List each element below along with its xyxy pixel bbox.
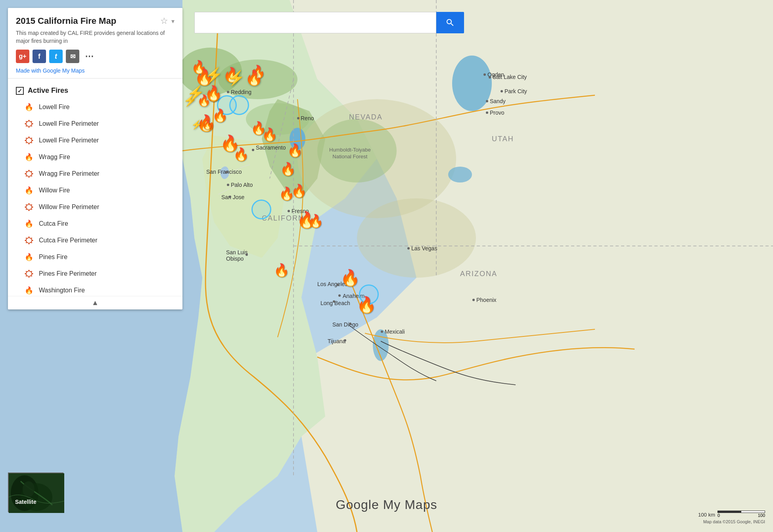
- fire-marker-10[interactable]: 🔥: [233, 147, 249, 162]
- fire-item-label: Pines Fire Perimeter: [39, 270, 97, 277]
- city-dot-ogden: [483, 73, 486, 76]
- twitter-button[interactable]: t: [49, 50, 63, 63]
- region-utah: UTAH: [492, 135, 514, 143]
- fire-marker-19[interactable]: 🔥: [357, 296, 376, 314]
- fire-item-label: Cutca Fire: [39, 220, 68, 227]
- fire-item-label: Pines Fire: [39, 254, 67, 261]
- scale-label: 100 km: [698, 512, 715, 518]
- facebook-button[interactable]: f: [33, 50, 46, 63]
- region-arizona: ARIZONA: [460, 270, 497, 278]
- made-with-label[interactable]: Made with Google My Maps: [16, 67, 85, 74]
- fire-list-item[interactable]: Cutca Fire Perimeter: [8, 232, 182, 249]
- search-button[interactable]: [436, 12, 464, 33]
- star-icon[interactable]: ☆: [160, 16, 168, 26]
- satellite-thumbnail[interactable]: Satellite: [8, 472, 63, 512]
- fire-list-item[interactable]: Lowell Fire Perimeter: [8, 132, 182, 149]
- city-dot-paloalto: [227, 184, 229, 186]
- city-dot-la: [337, 284, 339, 286]
- google-plus-button[interactable]: g+: [16, 50, 29, 63]
- made-with-link[interactable]: Made with Google My Maps: [16, 67, 175, 74]
- svg-marker-25: [25, 137, 33, 144]
- fire-list: 🔥Lowell Fire Lowell Fire Perimeter Lowel…: [8, 99, 182, 296]
- search-bar[interactable]: [194, 12, 464, 33]
- active-fires-checkbox[interactable]: ✓: [16, 87, 24, 95]
- fire-marker-17[interactable]: 🔥: [274, 263, 290, 278]
- fire-marker-12[interactable]: 🔥: [280, 161, 296, 177]
- active-fires-header[interactable]: ✓ Active Fires: [8, 83, 182, 99]
- city-dot-provo: [486, 111, 488, 114]
- sidebar-content[interactable]: ✓ Active Fires 🔥Lowell Fire Lowell Fire …: [8, 79, 182, 296]
- city-label-lasvegas: Las Vegas: [411, 245, 437, 252]
- city-dot-sandiego: [349, 323, 351, 325]
- city-label-reno: Reno: [301, 115, 314, 121]
- city-dot-mexicali: [381, 330, 383, 333]
- svg-point-14: [448, 167, 472, 182]
- fire-list-item[interactable]: 🔥Willow Fire: [8, 182, 182, 199]
- fire-item-label: Lowell Fire Perimeter: [39, 120, 99, 127]
- fire-list-item[interactable]: 🔥Washington Fire: [8, 282, 182, 296]
- city-label-slo: San LuisObispo: [226, 249, 247, 262]
- fire-marker-18[interactable]: 🔥: [340, 269, 360, 287]
- fire-marker-11[interactable]: 🔥: [287, 143, 303, 158]
- city-dot-fresno: [288, 210, 290, 212]
- city-dot-tijuana: [344, 339, 346, 342]
- fire-item-label: Willow Fire Perimeter: [39, 204, 99, 211]
- scroll-up-indicator[interactable]: ▲: [8, 296, 182, 309]
- fire-list-item[interactable]: 🔥Pines Fire: [8, 249, 182, 265]
- city-label-sf: San Francisco: [206, 169, 242, 175]
- city-dot-sandy: [486, 100, 488, 102]
- svg-marker-24: [25, 120, 33, 127]
- svg-point-13: [452, 56, 492, 111]
- city-label-sacramento: Sacramento: [256, 144, 286, 151]
- fire-list-item[interactable]: 🔥Wragg Fire: [8, 149, 182, 165]
- fire-item-label: Lowell Fire Perimeter: [39, 137, 99, 144]
- share-button[interactable]: ⋯: [82, 50, 96, 63]
- fire-list-item[interactable]: 🔥Cutca Fire: [8, 215, 182, 232]
- scale-bar: 100 km 0 100 Map data ©2015 Google, INEG…: [698, 511, 765, 524]
- city-dot-sf: [226, 171, 228, 173]
- map-attribution: Map data ©2015 Google, INEGI: [703, 519, 765, 524]
- city-label-phoenix: Phoenix: [476, 297, 497, 303]
- city-dot-sanjose: [229, 196, 231, 198]
- search-input[interactable]: [194, 12, 436, 33]
- fire-marker-16[interactable]: 🔥: [308, 213, 324, 229]
- city-dot-slo: [246, 254, 248, 256]
- city-label-paloalto: Palo Alto: [231, 182, 253, 188]
- national-forest-label: Humboldt-ToiyabeNational Forest: [329, 147, 371, 160]
- city-label-parkcity: Park City: [504, 88, 527, 94]
- city-label-sanjose: San Jose: [221, 194, 244, 200]
- region-nevada: NEVADA: [349, 113, 383, 121]
- sidebar-title-row: 2015 California Fire Map ☆ ▾: [16, 16, 175, 26]
- city-label-mexicali: Mexicali: [385, 328, 405, 335]
- svg-marker-29: [25, 270, 33, 277]
- city-dot-longbeach: [333, 300, 335, 303]
- city-dot-reno: [297, 117, 299, 119]
- fire-marker-14[interactable]: 🔥: [291, 183, 307, 198]
- fire-list-item[interactable]: Willow Fire Perimeter: [8, 199, 182, 215]
- fire-marker-8[interactable]: 🔥: [262, 127, 278, 142]
- fire-item-label: Willow Fire: [39, 187, 70, 194]
- city-label-sandy: Sandy: [490, 98, 506, 104]
- city-label-provo: Provo: [490, 109, 504, 116]
- svg-point-10: [357, 198, 476, 278]
- active-fires-label: Active Fires: [28, 86, 68, 95]
- fire-item-label: Cutca Fire Perimeter: [39, 237, 98, 244]
- fire-item-label: Wragg Fire: [39, 154, 70, 161]
- dropdown-icon[interactable]: ▾: [171, 17, 175, 25]
- fire-list-item[interactable]: 🔥Lowell Fire: [8, 99, 182, 115]
- sidebar-title: 2015 California Fire Map: [16, 16, 116, 26]
- svg-marker-27: [25, 204, 33, 211]
- sidebar-actions: ☆ ▾: [160, 16, 175, 26]
- city-label-sandiego: San Diego: [332, 321, 358, 328]
- fire-list-item[interactable]: Wragg Fire Perimeter: [8, 165, 182, 182]
- lightning-marker-2[interactable]: ⚡🔥: [227, 70, 263, 86]
- fire-list-item[interactable]: Lowell Fire Perimeter: [8, 115, 182, 132]
- email-button[interactable]: ✉: [66, 50, 79, 63]
- city-dot-slc: [489, 76, 491, 79]
- city-label-longbeach: Long Beach: [320, 300, 350, 306]
- lightning-marker-4[interactable]: ⚡🔥: [187, 85, 223, 102]
- lightning-marker-5[interactable]: ⚡🔥: [191, 120, 213, 130]
- svg-marker-26: [25, 170, 33, 177]
- fire-list-item[interactable]: Pines Fire Perimeter: [8, 265, 182, 282]
- containment-circle-2: [229, 95, 249, 115]
